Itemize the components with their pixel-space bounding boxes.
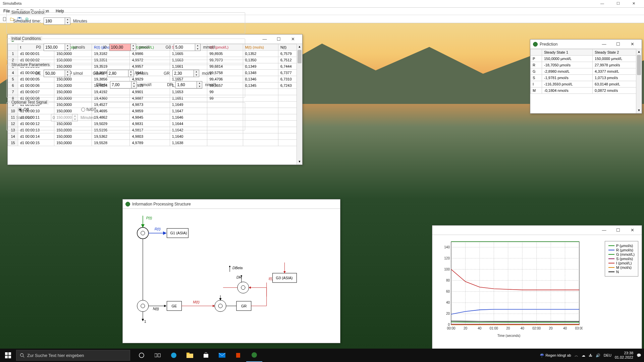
gr-input[interactable]: ▲▼ — [172, 70, 199, 77]
column-header[interactable]: M(t) (mol/s) — [243, 44, 278, 51]
app-title: SimulaBeta — [3, 1, 21, 6]
svg-text:80: 80 — [446, 279, 450, 282]
taskbar-clock[interactable]: 23:3801.02.2022 — [615, 351, 633, 360]
i0-input[interactable]: ▲▼ — [109, 44, 136, 51]
start-button[interactable] — [0, 349, 16, 362]
close-button[interactable]: ✕ — [626, 42, 639, 47]
table-cell: 27,9978 µmol/s — [593, 62, 642, 68]
gbeta-input[interactable]: ▲▼ — [107, 70, 134, 77]
table-row[interactable]: I-116,3593 pmol/L63,0148 pmol/L — [531, 81, 642, 87]
table-cell — [243, 133, 278, 140]
ips-window-title: Information Processing Structure — [132, 202, 191, 206]
starts-input: ▲▼ — [51, 114, 78, 121]
table-row[interactable]: 14d1 00:00:14150,000019,53624,98031,1640 — [8, 133, 302, 140]
mail-icon[interactable] — [214, 349, 230, 362]
table-row[interactable]: P150,0000 µmol/L150,0000 µmol/L — [531, 56, 642, 62]
tray-onedrive-icon[interactable]: ☁ — [582, 353, 585, 358]
svg-text:I(t): I(t) — [269, 277, 273, 281]
table-cell — [243, 95, 278, 102]
scrollbar-thumb[interactable] — [298, 50, 302, 63]
table-row[interactable]: M-0,1804 nmol/s0,0872 nmol/s — [531, 87, 642, 94]
ge-input[interactable]: ▲▼ — [44, 70, 70, 77]
i0-label: I0 — [88, 45, 107, 50]
tray-chevron-icon[interactable]: ︿ — [575, 353, 578, 358]
table-cell: 150,0000 — [54, 133, 92, 140]
unit-label: Minutes — [80, 115, 95, 120]
table-row[interactable]: 15d1 00:00:15150,000019,55284,97891,1638 — [8, 140, 302, 146]
column-header[interactable]: Steady State 1 — [542, 49, 592, 56]
taskbar-search[interactable]: Zur Suche Text hier eingeben — [16, 350, 130, 361]
prediction-window[interactable]: Prediction — ☐ ✕ Steady State 1Steady St… — [530, 39, 642, 114]
close-button[interactable]: ✕ — [286, 37, 300, 42]
simulated-time-input[interactable]: ▲▼ — [44, 17, 70, 25]
svg-text:02:00: 02:00 — [532, 326, 541, 330]
maximize-button[interactable]: ☐ — [611, 42, 625, 47]
svg-point-22 — [215, 300, 226, 312]
vertical-scrollbar[interactable]: ▲ ▼ — [636, 49, 642, 113]
gbeta-label: GBeta — [86, 71, 104, 76]
radio-fsigt[interactable]: fsIGT — [81, 107, 96, 112]
tray-network-icon[interactable]: 🖧 — [589, 353, 592, 357]
g0-input[interactable]: ▲▼ — [174, 44, 201, 51]
unit-label: µmol/s — [73, 45, 85, 50]
svg-text:DBeta: DBeta — [232, 266, 243, 270]
svg-point-95 — [252, 352, 257, 358]
svg-text:R(t): R(t) — [155, 227, 161, 231]
chart-window-header[interactable]: — ☐ ✕ — [432, 226, 642, 235]
table-cell: 0,1349 — [243, 63, 278, 70]
weather-widget[interactable]: ☔ Regen klingt ab — [540, 353, 571, 358]
ge-label: GE — [12, 71, 41, 76]
svg-point-41 — [229, 266, 230, 267]
table-cell: I — [531, 81, 542, 87]
maximize-button[interactable]: ☐ — [272, 37, 285, 42]
table-row[interactable]: G-2,8980 mmol/L4,3377 mmol/L — [531, 68, 642, 75]
table-cell — [207, 140, 243, 146]
minimize-button[interactable]: — — [597, 42, 611, 47]
dr-input[interactable]: ▲▼ — [175, 81, 202, 88]
column-header[interactable]: Steady State 2 — [593, 49, 642, 56]
ips-window-header[interactable]: Information Processing Structure — [123, 199, 340, 209]
close-button[interactable]: ✕ — [626, 228, 639, 233]
explorer-icon[interactable] — [182, 349, 198, 362]
cortana-icon[interactable] — [133, 349, 150, 362]
taskview-icon[interactable] — [150, 349, 166, 362]
table-cell: -18,7050 µmol/s — [542, 62, 592, 68]
edge-icon[interactable] — [166, 349, 182, 362]
table-cell: 0,1348 — [243, 70, 278, 76]
simulabeta-taskbar-icon[interactable] — [246, 349, 262, 362]
unit-label: Minutes — [73, 19, 87, 23]
vertical-scrollbar[interactable]: ▲ ▼ — [297, 44, 302, 165]
svg-text:140: 140 — [444, 245, 450, 249]
dbeta-input[interactable]: ▲▼ — [110, 81, 137, 88]
minimize-button[interactable]: — — [597, 228, 611, 233]
notifications-icon[interactable]: 💬 — [637, 353, 641, 358]
unit-label: mmol/l — [203, 45, 215, 50]
office-icon[interactable] — [230, 349, 246, 362]
simulated-time-label: Simulated time: — [12, 19, 41, 23]
table-row[interactable]: S-1,9781 pmol/s1,0713 pmol/s — [531, 75, 642, 81]
table-cell: 0,1350 — [243, 57, 278, 63]
minimize-button[interactable]: — — [595, 1, 610, 6]
svg-text:G3 (ASIA): G3 (ASIA) — [276, 276, 293, 280]
table-cell — [207, 133, 243, 140]
g0-label: G0 — [152, 45, 171, 50]
close-button[interactable]: ✕ — [626, 1, 641, 6]
maximize-button[interactable]: ☐ — [610, 1, 626, 6]
table-cell: 1,1638 — [170, 140, 207, 146]
unit-label: mmol/l — [140, 82, 151, 87]
chart-window[interactable]: — ☐ ✕ 020406080100120140 00:00204001:002… — [432, 225, 642, 349]
table-cell: S — [531, 75, 542, 81]
ips-window[interactable]: Information Processing Structure P(t) R(… — [122, 199, 340, 343]
prediction-table: Steady State 1Steady State 2 P150,0000 µ… — [530, 49, 642, 94]
store-icon[interactable] — [198, 349, 214, 362]
prediction-window-header[interactable]: Prediction — ☐ ✕ — [530, 40, 642, 49]
scrollbar-thumb[interactable] — [637, 55, 641, 75]
minimize-button[interactable]: — — [258, 37, 271, 42]
tray-language-icon[interactable]: DEU — [604, 353, 611, 357]
maximize-button[interactable]: ☐ — [611, 228, 625, 233]
radio-off[interactable]: Off — [18, 107, 29, 112]
column-header[interactable] — [531, 49, 542, 56]
table-row[interactable]: R-18,7050 µmol/s27,9978 µmol/s — [531, 62, 642, 68]
tray-volume-icon[interactable]: 🔊 — [596, 353, 600, 358]
p0-input[interactable]: ▲▼ — [44, 44, 70, 51]
